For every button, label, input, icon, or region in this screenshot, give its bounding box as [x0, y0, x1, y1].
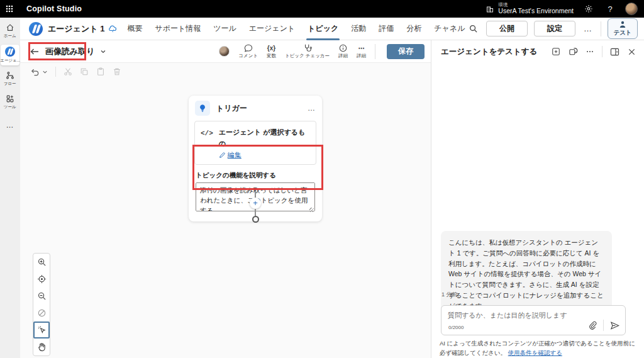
topicbar-divider — [375, 44, 375, 59]
search-icon[interactable] — [466, 22, 480, 36]
rail-more-icon: … — [6, 121, 14, 130]
header-divider — [601, 21, 601, 36]
details-button[interactable]: 詳細 — [338, 43, 348, 59]
pan-tool-button[interactable] — [33, 338, 50, 355]
tab-agents[interactable]: エージェント — [249, 18, 295, 40]
add-node-button[interactable]: + — [250, 198, 261, 209]
undo-chevron-icon — [42, 69, 48, 75]
topic-actions: コメント {x} 変数 トピック チェッカー — [219, 43, 425, 59]
agent-header-actions: 公開 設定 … テスト — [466, 18, 638, 39]
presence-avatar[interactable] — [219, 46, 230, 57]
rail-item-agents[interactable]: エージェ... — [1, 45, 19, 65]
app-title: Copilot Studio — [26, 4, 82, 13]
environment-name: UserA Test's Environment — [498, 8, 574, 15]
canvas-zoom-toolbar — [33, 253, 50, 356]
agent-tabs: 概要 サポート情報 ツール エージェント トピック 活動 評価 分析 チャネル — [127, 18, 465, 40]
rail-item-label: ホーム — [4, 33, 16, 38]
ai-disclaimer: AI によって生成されたコンテンツが正確かつ適切であることを使用前に必ず確認して… — [440, 339, 636, 357]
char-counter: 0/2000 — [448, 325, 464, 330]
user-avatar[interactable] — [625, 3, 638, 15]
save-button[interactable]: 保存 — [387, 44, 425, 59]
topic-title: 画像読み取り — [45, 46, 95, 57]
select-tool-button[interactable] — [33, 322, 50, 338]
copy-button[interactable] — [80, 67, 89, 76]
topic-description-label: トピックの機能を説明する — [196, 171, 315, 180]
comments-button[interactable]: コメント — [238, 43, 258, 59]
trigger-type-card[interactable]: </> エージェント が選択するもの 編集 — [194, 121, 316, 165]
chat-input[interactable] — [448, 310, 574, 320]
test-agent-panel: エージェントをテストする — [431, 40, 644, 358]
close-panel-icon[interactable] — [626, 47, 636, 57]
fit-view-button[interactable] — [33, 271, 50, 288]
edit-toolbar-divider — [55, 67, 56, 77]
end-node — [252, 216, 259, 223]
tab-activity[interactable]: 活動 — [351, 18, 366, 40]
building-icon — [486, 4, 494, 13]
zoom-out-button[interactable] — [33, 288, 50, 305]
tab-tools[interactable]: ツール — [213, 18, 236, 40]
paste-button[interactable] — [96, 67, 105, 76]
zoom-in-button[interactable] — [33, 254, 50, 271]
code-icon: </> — [201, 130, 213, 137]
rail-item-more[interactable]: … — [1, 116, 19, 135]
trigger-more-icon[interactable]: … — [308, 104, 316, 113]
tab-overview[interactable]: 概要 — [127, 18, 142, 40]
chat-input-card: 0/2000 — [441, 305, 626, 335]
rail-item-tools[interactable]: ツール — [1, 92, 19, 112]
environment-text: 環境 UserA Test's Environment — [498, 3, 574, 15]
pencil-icon — [219, 152, 225, 159]
undo-button[interactable] — [30, 67, 48, 77]
trigger-node-header: トリガー … — [189, 96, 322, 120]
node-connector: + — [248, 191, 263, 223]
delete-button[interactable] — [113, 67, 121, 76]
activity-map-icon[interactable] — [568, 47, 578, 57]
attach-paperclip-icon[interactable] — [587, 320, 598, 331]
agent-logo-icon[interactable] — [29, 22, 43, 36]
terms-link[interactable]: 使用条件を確認する — [508, 349, 562, 356]
trigger-node-title: トリガー — [216, 103, 247, 114]
authoring-canvas[interactable]: トリガー … </> エージェント が選択するもの 編集 — [20, 63, 431, 358]
chat-input-actions — [587, 320, 620, 331]
cut-button[interactable] — [64, 67, 72, 76]
tab-topics[interactable]: トピック — [308, 18, 338, 40]
dock-panel-icon[interactable] — [609, 47, 619, 57]
tab-support[interactable]: サポート情報 — [155, 18, 201, 40]
top-app-bar: Copilot Studio 環境 UserA Test's Environme… — [0, 0, 644, 18]
tools-icon — [6, 94, 14, 103]
topic-more-button[interactable]: ⋯ 詳細 — [357, 43, 366, 59]
variables-button[interactable]: {x} 変数 — [267, 43, 276, 59]
connector-line — [255, 191, 256, 198]
rail-item-label: ツール — [4, 104, 16, 109]
test-panel-actions — [551, 46, 636, 57]
rail-item-flows[interactable]: フロー — [1, 69, 19, 89]
agent-status-icon — [108, 25, 117, 33]
stethoscope-icon — [303, 43, 312, 52]
chevron-down-icon[interactable] — [100, 48, 106, 55]
test-button[interactable]: テスト — [608, 18, 638, 39]
header-more-icon[interactable]: … — [582, 24, 594, 33]
test-panel-title: エージェントをテストする — [441, 47, 537, 57]
new-chat-icon[interactable] — [551, 47, 561, 57]
back-arrow-icon[interactable] — [30, 48, 39, 55]
panel-divider — [602, 46, 602, 57]
rail-item-label: フロー — [4, 81, 16, 86]
settings-gear-icon[interactable] — [582, 3, 595, 15]
tab-evaluation[interactable]: 評価 — [379, 18, 394, 40]
reset-view-button[interactable] — [33, 305, 50, 322]
waffle-icon[interactable] — [0, 0, 19, 18]
topic-checker-button[interactable]: トピック チェッカー — [285, 43, 330, 59]
send-icon[interactable] — [609, 320, 620, 331]
trigger-type-label: エージェント が選択するもの — [219, 128, 305, 147]
agent-name: エージェント 1 — [48, 23, 104, 35]
lightbulb-icon — [195, 101, 210, 116]
rail-item-home[interactable]: ホーム — [1, 21, 19, 41]
panel-more-icon[interactable] — [585, 47, 595, 57]
environment-picker[interactable]: 環境 UserA Test's Environment — [486, 3, 574, 15]
tab-channels[interactable]: チャネル — [434, 18, 465, 40]
app-root: Copilot Studio 環境 UserA Test's Environme… — [0, 0, 644, 358]
edit-trigger-link[interactable]: 編集 — [219, 150, 310, 160]
tab-analytics[interactable]: 分析 — [406, 18, 421, 40]
help-button[interactable]: ? — [604, 3, 616, 15]
publish-button[interactable]: 公開 — [486, 21, 528, 36]
agent-settings-button[interactable]: 設定 — [534, 21, 575, 36]
